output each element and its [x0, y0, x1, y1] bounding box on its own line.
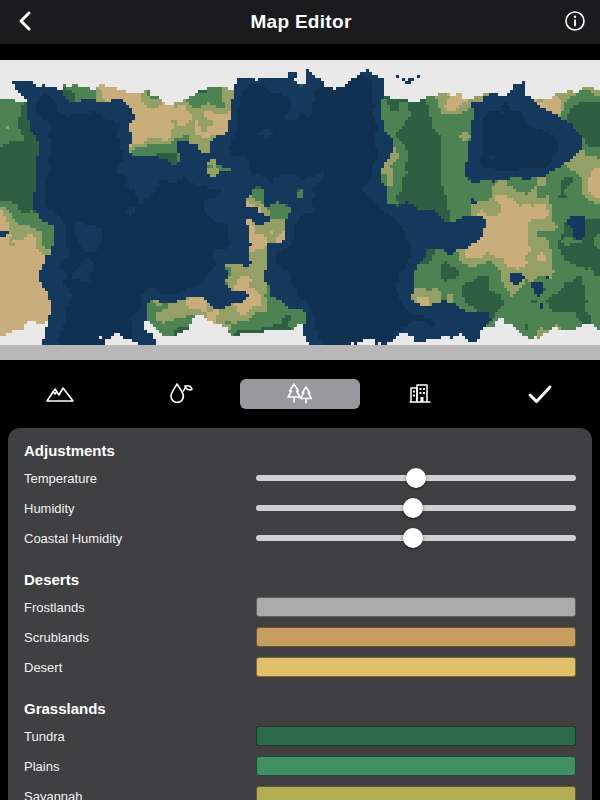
- back-button[interactable]: [14, 9, 38, 36]
- page-title: Map Editor: [250, 11, 351, 33]
- color-swatch-frostlands[interactable]: [256, 597, 576, 617]
- panel-sections: AdjustmentsTemperatureHumidityCoastal Hu…: [24, 442, 576, 800]
- checkmark-icon: [527, 383, 553, 405]
- tab-terrain[interactable]: [0, 379, 120, 409]
- tab-done[interactable]: [480, 379, 600, 409]
- chevron-left-icon: [14, 9, 38, 36]
- color-swatch-scrublands[interactable]: [256, 627, 576, 647]
- world-map-canvas[interactable]: [0, 60, 600, 360]
- row-label: Tundra: [24, 729, 65, 744]
- header: Map Editor: [0, 0, 600, 44]
- info-button[interactable]: [564, 10, 586, 35]
- droplet-leaf-icon: [166, 381, 194, 407]
- slider-thumb[interactable]: [403, 528, 423, 548]
- tab-cities[interactable]: [360, 379, 480, 409]
- row-label: Humidity: [24, 501, 75, 516]
- row-label: Desert: [24, 660, 62, 675]
- slider-temperature[interactable]: [256, 466, 576, 490]
- slider-thumb[interactable]: [403, 498, 423, 518]
- swatch-row-savannah: Savannah: [24, 781, 576, 800]
- slider-thumb[interactable]: [406, 468, 426, 488]
- swatch-row-tundra: Tundra: [24, 721, 576, 751]
- swatch-row-desert: Desert: [24, 652, 576, 682]
- settings-panel: AdjustmentsTemperatureHumidityCoastal Hu…: [8, 428, 592, 800]
- row-label: Savannah: [24, 789, 83, 800]
- slider-row-humidity: Humidity: [24, 493, 576, 523]
- trees-icon: [285, 381, 315, 407]
- color-swatch-savannah[interactable]: [256, 786, 576, 800]
- color-swatch-plains[interactable]: [256, 756, 576, 776]
- section-adjustments: AdjustmentsTemperatureHumidityCoastal Hu…: [24, 442, 576, 553]
- info-circle-icon: [564, 10, 586, 35]
- map-preview[interactable]: [0, 60, 600, 360]
- slider-row-temperature: Temperature: [24, 463, 576, 493]
- section-deserts: DesertsFrostlandsScrublandsDesert: [24, 571, 576, 682]
- tab-biomes[interactable]: [240, 379, 360, 409]
- slider-coastal-humidity[interactable]: [256, 526, 576, 550]
- buildings-icon: [407, 381, 433, 407]
- editor-toolbar: [0, 360, 600, 428]
- swatch-row-scrublands: Scrublands: [24, 622, 576, 652]
- swatch-row-plains: Plains: [24, 751, 576, 781]
- mountains-icon: [45, 382, 75, 406]
- section-title: Adjustments: [24, 442, 576, 459]
- row-label: Frostlands: [24, 600, 85, 615]
- row-label: Coastal Humidity: [24, 531, 122, 546]
- section-grasslands: GrasslandsTundraPlainsSavannah: [24, 700, 576, 800]
- row-label: Plains: [24, 759, 59, 774]
- swatch-row-frostlands: Frostlands: [24, 592, 576, 622]
- section-title: Grasslands: [24, 700, 576, 717]
- row-label: Scrublands: [24, 630, 89, 645]
- row-label: Temperature: [24, 471, 97, 486]
- color-swatch-desert[interactable]: [256, 657, 576, 677]
- color-swatch-tundra[interactable]: [256, 726, 576, 746]
- slider-humidity[interactable]: [256, 496, 576, 520]
- slider-row-coastal-humidity: Coastal Humidity: [24, 523, 576, 553]
- section-title: Deserts: [24, 571, 576, 588]
- tab-climate[interactable]: [120, 379, 240, 409]
